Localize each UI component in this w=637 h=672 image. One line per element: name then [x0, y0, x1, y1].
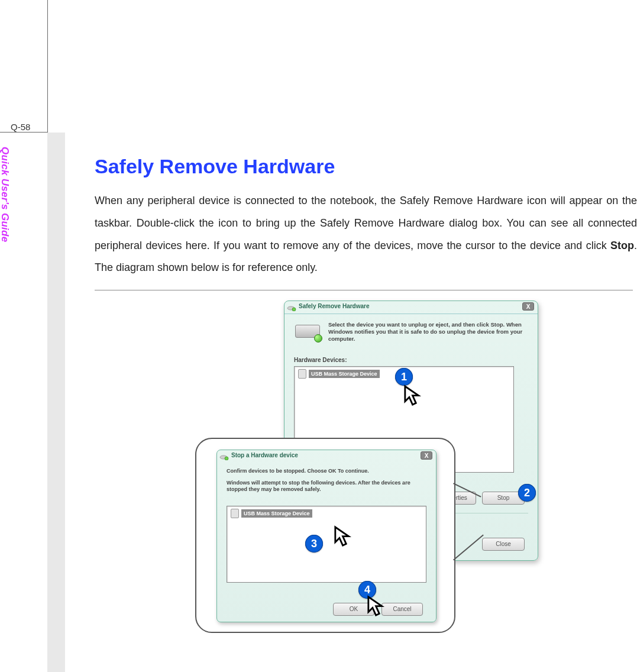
diagram-area: Safely Remove Hardware X Select the devi…: [195, 296, 550, 645]
dialog-title: Stop a Hardware device: [231, 452, 298, 458]
stop-hardware-dialog: Stop a Hardware device X Confirm devices…: [216, 450, 436, 622]
content-area: Safely Remove Hardware When any peripher…: [95, 155, 637, 290]
hardware-devices-label: Hardware Devices:: [294, 357, 347, 363]
step-badge-2: 2: [518, 484, 536, 502]
list-item[interactable]: USB Mass Storage Device: [298, 369, 380, 379]
cancel-button[interactable]: Cancel: [381, 603, 423, 616]
content-separator: [95, 290, 633, 290]
svg-point-1: [292, 308, 296, 311]
drive-icon: [298, 369, 306, 379]
close-button[interactable]: X: [522, 302, 534, 311]
dialog-title: Safely Remove Hardware: [299, 303, 370, 309]
list-item-label: USB Mass Storage Device: [309, 370, 380, 378]
step-badge-3: 3: [305, 535, 323, 553]
step-badge-1: 1: [395, 368, 413, 386]
svg-point-3: [225, 457, 228, 460]
callout-bubble: Stop a Hardware device X Confirm devices…: [195, 438, 455, 633]
eject-icon: [287, 303, 296, 311]
eject-icon: [219, 452, 229, 460]
body-text-pre: When any peripheral device is connected …: [95, 195, 637, 251]
side-tab-label: Quick User's Guide: [0, 147, 11, 265]
list-item[interactable]: USB Mass Storage Device: [231, 509, 312, 518]
left-margin: Q-58: [0, 0, 47, 672]
close-button[interactable]: X: [421, 451, 432, 460]
cursor-icon: [334, 525, 354, 549]
body-text-bold: Stop: [610, 240, 634, 251]
margin-rule-horizontal: [0, 132, 47, 133]
drive-icon: [231, 509, 239, 518]
body-paragraph: When any peripheral device is connected …: [95, 190, 637, 279]
dialog-titlebar: Safely Remove Hardware X: [284, 301, 538, 314]
side-tab-background: [47, 133, 65, 672]
page-title: Safely Remove Hardware: [95, 155, 637, 178]
stop-dialog-body: Confirm devices to be stopped. Choose OK…: [227, 468, 426, 498]
stop-line-1: Confirm devices to be stopped. Choose OK…: [227, 468, 426, 475]
page-number: Q-58: [11, 122, 30, 132]
status-dot-icon: [314, 334, 322, 343]
close-dialogs-button[interactable]: Close: [482, 538, 525, 551]
cursor-icon: [403, 385, 423, 408]
list-item-label: USB Mass Storage Device: [241, 509, 312, 518]
guidance-text: Select the device you want to unplug or …: [328, 321, 528, 343]
stop-device-list[interactable]: USB Mass Storage Device: [227, 506, 426, 583]
guidance-row: Select the device you want to unplug or …: [294, 321, 528, 343]
stop-line-2: Windows will attempt to stop the followi…: [227, 480, 426, 493]
cursor-icon: [367, 595, 387, 619]
